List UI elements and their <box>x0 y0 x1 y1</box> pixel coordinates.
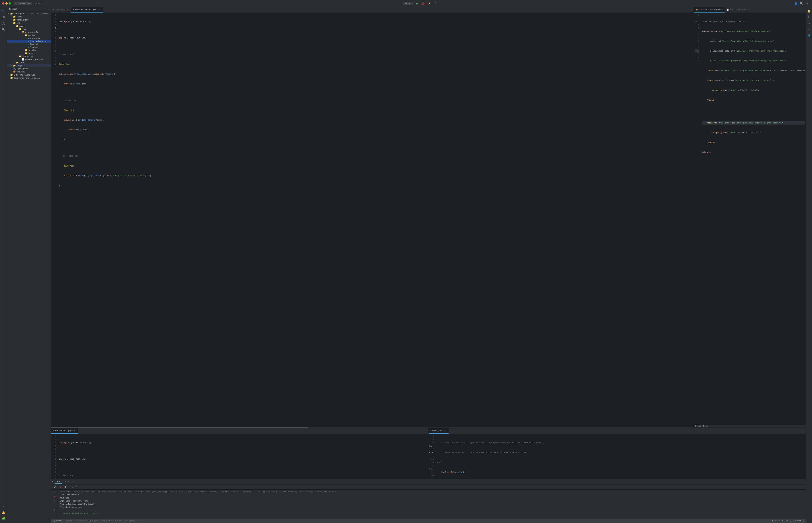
restart-button[interactable]: ↺ <box>52 485 57 489</box>
right-sidebar-icon-m[interactable]: m <box>807 21 812 26</box>
tab-close-icon[interactable]: ✕ <box>444 430 447 432</box>
tree-item-student[interactable]: ● Student <box>7 43 51 46</box>
tree-item-target[interactable]: › 📁 target <box>7 64 51 67</box>
run-sidebar-icon-scroll[interactable]: ⤓ <box>53 499 57 503</box>
maximize-button[interactable] <box>9 2 11 4</box>
code-editor-art-teacher[interactable]: 1234 5 678 9101112 1314151617 package or… <box>51 434 428 479</box>
right-sidebar-icon-gradle[interactable]: G <box>807 27 812 32</box>
tree-item-resources[interactable]: ▾ 📁 resources <box>7 55 51 58</box>
coverage-button[interactable]: ⚡ <box>427 1 432 5</box>
tree-item-gitignore[interactable]: 🔧 .gitignore <box>7 67 51 70</box>
breadcrumb-beans[interactable]: beans <box>695 425 701 427</box>
tree-item-src[interactable]: ▾ 📁 src <box>7 21 51 24</box>
status-branch[interactable]: master <box>56 520 62 522</box>
run-more-button[interactable]: ⋮ <box>74 485 79 489</box>
tab-close-icon[interactable]: ✕ <box>74 430 76 432</box>
folder-icon: 📁 <box>25 34 27 37</box>
tab-main-java[interactable]: ● Main.java ✕ <box>429 428 449 434</box>
sidebar-icon-bookmarks[interactable] <box>1 15 6 20</box>
tab-close-icon[interactable]: ✕ <box>749 8 751 11</box>
tree-item-external-libs[interactable]: › 📁 External Libraries <box>7 73 51 76</box>
tab-pom-xml[interactable]: 📦 pom.xml (SpringTest) <box>694 7 725 13</box>
sidebar-icon-project[interactable] <box>1 8 6 14</box>
tree-item-pom-xml[interactable]: 📦 pom.xml <box>7 70 51 73</box>
right-sidebar-icon-notifications[interactable]: 🔔 <box>807 8 812 14</box>
svg-rect-0 <box>2 10 3 11</box>
tab-close-icon[interactable]: ✕ <box>98 8 101 11</box>
project-tree: ▾ 📁 SpringTest ~/Desktop/CS/JavaEE/2 Jav… <box>7 12 51 523</box>
sidebar-icon-search[interactable]: 🔍 <box>1 27 6 32</box>
tree-item-teacher[interactable]: ◆ Teacher <box>7 46 51 49</box>
debug-button[interactable]: 🐞 <box>421 1 426 5</box>
tree-item-org-example[interactable]: ▾ 📦 org.example <box>7 31 51 34</box>
tree-item-application-xml[interactable]: 📄 application.xml <box>7 58 51 61</box>
code-editor-main[interactable]: 8910 11 12 ▶13 14151617 ▶18 1920 21 <box>429 434 806 479</box>
main-layout: 🔍 ⋯ 🔔 🧩 Project ▾ ▾ 📁 SpringTest ~/Deskt… <box>0 7 812 523</box>
tree-item-springtest-sub[interactable]: › 📁 SpringTest <box>7 18 51 21</box>
status-cursor[interactable]: 5:10 <box>772 520 777 522</box>
tree-item-program-teacher[interactable]: ● ProgramTeacher <box>7 40 51 43</box>
tree-item-scratches[interactable]: › 📁 Scratches and Consoles <box>7 76 51 79</box>
pause-button[interactable]: ⏸ <box>63 485 68 489</box>
sidebar-icon-notifications[interactable]: 🔔 <box>1 510 6 516</box>
minimize-button[interactable] <box>5 2 7 4</box>
tree-item-main-class[interactable]: › 📁 Main <box>7 52 51 55</box>
line-numbers-main: 8910 11 12 ▶13 14151617 ▶18 1920 21 <box>429 434 435 479</box>
title-bar: S1 SpringTest ⎇ master ▾ Main ▾ ▶ 🐞 ⚡ ⋮ … <box>0 0 812 7</box>
tree-item-service[interactable]: › 📁 service <box>7 49 51 52</box>
run-sidebar-icon-settings[interactable]: ⚙ <box>53 508 57 512</box>
tree-item-java[interactable]: ▾ 📁 java <box>7 28 51 31</box>
xml-editor[interactable]: 12▸3 45 ●6 7891011 12 131415 <?xml versi… <box>694 13 806 425</box>
stop-button[interactable]: ■ <box>58 485 63 489</box>
run-tab-close[interactable]: ✕ <box>73 481 74 483</box>
run-tab-run[interactable]: Run <box>55 480 62 484</box>
user-icon[interactable]: 👤 <box>793 1 798 5</box>
tree-item-main[interactable]: ▾ 📁 main <box>7 24 51 28</box>
branch-selector[interactable]: ⎇ master ▾ <box>33 2 48 5</box>
close-button[interactable] <box>2 2 4 4</box>
tree-arrow: ▾ <box>11 22 13 24</box>
tree-item-idea[interactable]: › 📁 .idea <box>7 15 51 18</box>
tree-item-entity[interactable]: ▾ 📁 entity <box>7 34 51 37</box>
sidebar-icon-more[interactable]: ⋯ <box>1 504 6 509</box>
right-sidebar-icon-database[interactable]: 🗄 <box>807 15 812 20</box>
tree-item-art-teacher[interactable]: ● ArtTeacher <box>7 37 51 40</box>
status-expand-icon[interactable]: ⇱ <box>803 520 805 522</box>
more-run-options[interactable]: ⋮ <box>433 1 438 5</box>
editor-menu-icon[interactable]: ⋮ <box>425 430 428 432</box>
tree-item-test[interactable]: › 📁 test <box>7 61 51 64</box>
editor-menu-icon[interactable]: ⋮ <box>803 430 806 432</box>
breadcrumb-bean[interactable]: bean <box>703 425 707 427</box>
status-line-ending[interactable]: LF <box>778 520 780 522</box>
status-encoding[interactable]: UTF-8 <box>782 520 788 522</box>
editor-menu-icon[interactable]: ⋮ <box>691 8 694 11</box>
run-output-student: Student() <box>59 497 805 500</box>
tab-program-teacher-java[interactable]: ● ProgramTeacher.java ✕ <box>71 7 103 13</box>
status-indent[interactable]: 4 spaces <box>793 520 801 522</box>
run-tab-main[interactable]: Main <box>63 480 71 484</box>
run-sidebar: ↺ ■ ⤓ ⊞ ⚙ <box>52 490 57 518</box>
run-config-selector[interactable]: Main ▾ <box>403 2 413 5</box>
search-everywhere-button[interactable]: 🔍 <box>799 1 804 5</box>
tab-art-teacher[interactable]: ● ArtTeacher.java ✕ <box>51 428 78 434</box>
run-sidebar-icon-restart[interactable]: ↺ <box>53 491 57 494</box>
tree-item-springtest-root[interactable]: ▾ 📁 SpringTest ~/Desktop/CS/JavaEE/2 Jav… <box>7 12 51 15</box>
run-sidebar-icon-stop[interactable]: ■ <box>53 495 57 499</box>
tree-label: ProgramTeacher <box>30 40 46 42</box>
sidebar-icon-structure[interactable] <box>1 21 6 26</box>
sidebar-icon-plugins[interactable]: 🧩 <box>1 516 6 522</box>
project-name[interactable]: S1 SpringTest <box>14 2 32 5</box>
editor-menu-icon[interactable]: ⋮ <box>803 8 806 11</box>
tab-student-java[interactable]: ● Student.java <box>51 7 71 13</box>
right-sidebar-icon-user[interactable]: 👤 <box>807 33 812 38</box>
run-sidebar-icon-filter[interactable]: ⊞ <box>53 504 57 507</box>
settings-icon[interactable]: ⚙ <box>805 1 810 5</box>
step-over-button[interactable]: ⟶ <box>69 485 74 489</box>
tab-label: ArtTeacher.java <box>55 430 73 432</box>
tab-application-xml[interactable]: 📄 application.xml ✕ <box>725 7 753 13</box>
run-button[interactable]: ▶ <box>415 1 420 5</box>
tree-label: External Libraries <box>14 74 35 76</box>
right-sidebar-icon-more[interactable]: ⋯ <box>807 516 812 522</box>
run-output-empty <box>59 509 805 512</box>
code-editor-top-left[interactable]: 1234 5 678 910111213 14151617 package or… <box>51 13 694 427</box>
